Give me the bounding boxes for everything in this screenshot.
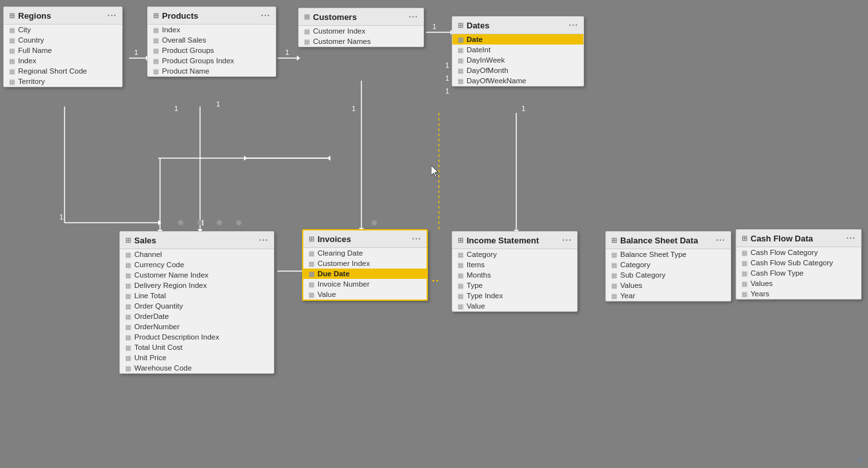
field-year[interactable]: ▦ Year <box>606 290 731 301</box>
field-order-quantity[interactable]: ▦ Order Quantity <box>120 301 274 311</box>
field-unit-price[interactable]: ▦ Unit Price <box>120 352 274 363</box>
diagram-canvas: 1 1 1 1 1 1 1 1 <box>0 0 868 468</box>
field-cash-flow-sub-category[interactable]: ▦ Cash Flow Sub Category <box>736 258 861 268</box>
income-statement-menu[interactable]: ··· <box>562 235 572 245</box>
table-cash-flow[interactable]: ⊞ Cash Flow Data ··· ▦ Cash Flow Categor… <box>736 229 862 300</box>
field-country[interactable]: ▦ Country <box>4 35 122 45</box>
field-customer-names[interactable]: ▦ Customer Names <box>299 36 423 46</box>
field-product-description-index[interactable]: ▦ Product Description Index <box>120 332 274 342</box>
field-channel[interactable]: ▦ Channel <box>120 249 274 259</box>
table-dates-title: Dates <box>467 21 489 30</box>
field-cash-flow-category[interactable]: ▦ Cash Flow Category <box>736 247 861 258</box>
field-icon: ▦ <box>9 26 15 34</box>
field-dayofweekname[interactable]: ▦ DayOfWeekName <box>452 76 583 86</box>
field-icon: ▦ <box>153 68 159 75</box>
field-fullname[interactable]: ▦ Full Name <box>4 45 122 56</box>
field-icon: ▦ <box>125 303 131 310</box>
field-balance-sheet-type[interactable]: ▦ Balance Sheet Type <box>606 249 731 259</box>
field-category[interactable]: ▦ Category <box>452 249 577 259</box>
table-products[interactable]: ⊞ Products ··· ▦ Index ▦ Overall Sales ▦… <box>147 6 276 77</box>
table-balance-sheet[interactable]: ⊞ Balance Sheet Data ··· ▦ Balance Sheet… <box>605 231 731 301</box>
table-products-title: Products <box>162 11 198 21</box>
dates-menu[interactable]: ··· <box>569 20 578 30</box>
field-warehouse-code[interactable]: ▦ Warehouse Code <box>120 363 274 373</box>
field-category[interactable]: ▦ Category <box>606 259 731 270</box>
field-value[interactable]: ▦ Value <box>303 289 427 300</box>
field-index[interactable]: ▦ Index <box>148 25 276 35</box>
field-regional-short-code[interactable]: ▦ Regional Short Code <box>4 66 122 76</box>
field-customer-index[interactable]: ▦ Customer Index <box>303 258 427 269</box>
field-values[interactable]: ▦ Values <box>736 278 861 289</box>
field-type-index[interactable]: ▦ Type Index <box>452 290 577 301</box>
field-icon: ▦ <box>308 281 314 288</box>
table-customers-header: ⊞ Customers ··· <box>299 8 423 26</box>
field-months[interactable]: ▦ Months <box>452 270 577 280</box>
cash-flow-menu[interactable]: ··· <box>846 233 856 243</box>
field-icon: ▦ <box>458 292 463 300</box>
field-line-total[interactable]: ▦ Line Total <box>120 290 274 301</box>
field-delivery-region-index[interactable]: ▦ Delivery Region Index <box>120 280 274 290</box>
customers-menu[interactable]: ··· <box>409 12 418 22</box>
field-dayofmonth[interactable]: ▦ DayOfMonth <box>452 65 583 76</box>
field-city[interactable]: ▦ City <box>4 25 122 35</box>
regions-menu[interactable]: ··· <box>107 10 117 21</box>
field-orderdate[interactable]: ▦ OrderDate <box>120 311 274 321</box>
field-icon: ▦ <box>742 290 747 298</box>
field-product-name[interactable]: ▦ Product Name <box>148 66 276 76</box>
field-date[interactable]: ▦ Date <box>452 34 583 45</box>
svg-text:1: 1 <box>134 48 138 56</box>
field-icon: ▦ <box>304 28 310 35</box>
field-icon: ▦ <box>611 272 617 279</box>
table-sales-header: ⊞ Sales ··· <box>120 232 274 249</box>
field-product-groups[interactable]: ▦ Product Groups <box>148 45 276 56</box>
field-icon: ▦ <box>458 272 463 279</box>
field-sub-category[interactable]: ▦ Sub Category <box>606 270 731 280</box>
sales-menu[interactable]: ··· <box>259 235 268 245</box>
svg-text:1: 1 <box>432 23 436 30</box>
field-type[interactable]: ▦ Type <box>452 280 577 290</box>
field-customer-name-index[interactable]: ▦ Customer Name Index <box>120 270 274 280</box>
svg-text:1: 1 <box>445 74 449 82</box>
svg-text:1: 1 <box>285 48 289 56</box>
table-invoices[interactable]: ⊞ Invoices ··· ▦ Clearing Date ▦ Custome… <box>302 229 428 301</box>
field-icon: ▦ <box>9 37 15 44</box>
table-regions[interactable]: ⊞ Regions ··· ▦ City ▦ Country ▦ Full Na… <box>3 6 123 87</box>
field-clearing-date[interactable]: ▦ Clearing Date <box>303 248 427 258</box>
field-value[interactable]: ▦ Value <box>452 301 577 311</box>
grid-icon: ⊞ <box>308 235 314 243</box>
grid-icon: ⊞ <box>458 21 463 30</box>
field-due-date[interactable]: ▦ Due Date <box>303 269 427 279</box>
field-icon: ▦ <box>153 57 159 65</box>
field-years[interactable]: ▦ Years <box>736 289 861 299</box>
mouse-cursor <box>431 165 441 178</box>
field-invoice-number[interactable]: ▦ Invoice Number <box>303 279 427 289</box>
field-items[interactable]: ▦ Items <box>452 259 577 270</box>
field-dateint[interactable]: ▦ DateInt <box>452 45 583 55</box>
field-ordernumber[interactable]: ▦ OrderNumber <box>120 321 274 332</box>
field-index[interactable]: ▦ Index <box>4 56 122 66</box>
field-customer-index[interactable]: ▦ Customer Index <box>299 26 423 36</box>
field-total-unit-cost[interactable]: ▦ Total Unit Cost <box>120 342 274 352</box>
invoices-menu[interactable]: ··· <box>412 234 421 244</box>
table-products-header: ⊞ Products ··· <box>148 7 276 25</box>
field-overall-sales[interactable]: ▦ Overall Sales <box>148 35 276 45</box>
products-menu[interactable]: ··· <box>261 10 270 21</box>
svg-text:1: 1 <box>174 105 178 112</box>
field-territory[interactable]: ▦ Territory <box>4 76 122 86</box>
field-product-groups-index[interactable]: ▦ Product Groups Index <box>148 56 276 66</box>
field-icon: ▦ <box>308 250 314 257</box>
corner-watermark: ⬡ <box>858 456 863 463</box>
field-values[interactable]: ▦ Values <box>606 280 731 290</box>
table-regions-title: Regions <box>18 11 51 21</box>
table-dates[interactable]: ⊞ Dates ··· ▦ Date ▦ DateInt ▦ DayInWeek… <box>452 16 584 86</box>
table-customers[interactable]: ⊞ Customers ··· ▦ Customer Index ▦ Custo… <box>298 8 424 47</box>
field-dayinweek[interactable]: ▦ DayInWeek <box>452 55 583 65</box>
table-income-statement[interactable]: ⊞ Income Statement ··· ▦ Category ▦ Item… <box>452 231 578 312</box>
field-cash-flow-type[interactable]: ▦ Cash Flow Type <box>736 268 861 278</box>
grid-icon: ⊞ <box>742 234 747 243</box>
balance-sheet-menu[interactable]: ··· <box>716 235 725 245</box>
svg-text:1: 1 <box>352 105 356 112</box>
grid-icon: ⊞ <box>458 236 463 245</box>
table-sales[interactable]: ⊞ Sales ··· ▦ Channel ▦ Currency Code ▦ … <box>119 231 274 374</box>
field-currency-code[interactable]: ▦ Currency Code <box>120 259 274 270</box>
